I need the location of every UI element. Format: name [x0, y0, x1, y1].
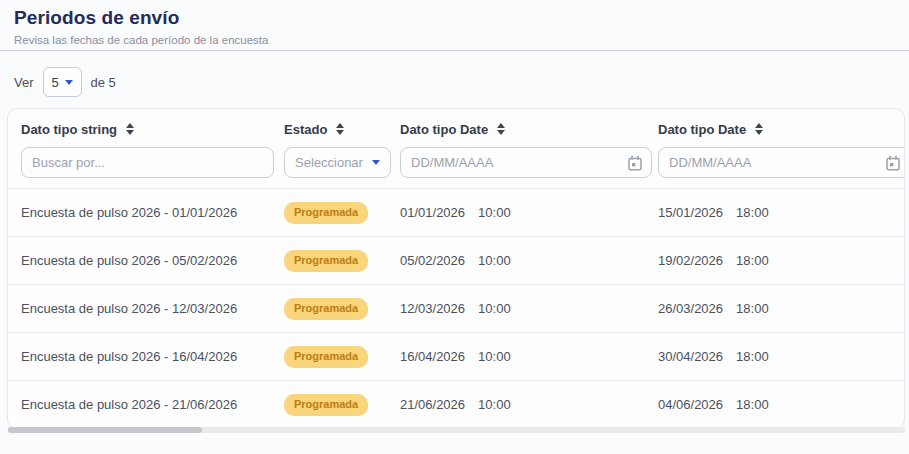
calendar-icon[interactable]	[626, 154, 644, 172]
start-date: 01/01/2026	[400, 205, 465, 220]
status-badge: Programada	[284, 298, 368, 320]
end-time: 18:00	[736, 301, 769, 316]
end-date: 30/04/2026	[658, 349, 723, 364]
start-time: 10:00	[478, 397, 511, 412]
search-input[interactable]	[21, 147, 274, 178]
ver-label: Ver	[14, 75, 34, 90]
status-badge: Programada	[284, 346, 368, 368]
table-row[interactable]: Encuesta de pulso 2026 - 01/01/2026 Prog…	[8, 188, 904, 236]
status-badge: Programada	[284, 202, 368, 224]
end-time: 18:00	[736, 349, 769, 364]
page-size-select[interactable]: 5	[43, 67, 82, 97]
start-date: 05/02/2026	[400, 253, 465, 268]
table-row[interactable]: Encuesta de pulso 2026 - 16/04/2026 Prog…	[8, 332, 904, 380]
table-row[interactable]: Encuesta de pulso 2026 - 05/02/2026 Prog…	[8, 236, 904, 284]
table-header-row: Dato tipo string Estado Dato tipo Date D…	[8, 109, 904, 143]
column-header-label: Dato tipo Date	[658, 122, 746, 137]
column-header-label: Dato tipo string	[21, 122, 117, 137]
sort-arrows-icon[interactable]	[497, 123, 505, 135]
status-badge: Programada	[284, 394, 368, 416]
start-time: 10:00	[478, 253, 511, 268]
page-header: Periodos de envío Revisa las fechas de c…	[0, 0, 909, 51]
page-title: Periodos de envío	[14, 7, 895, 29]
column-header-label: Estado	[284, 122, 327, 137]
start-date: 21/06/2026	[400, 397, 465, 412]
sort-arrows-icon[interactable]	[126, 123, 134, 135]
start-date: 16/04/2026	[400, 349, 465, 364]
column-header-string[interactable]: Dato tipo string	[21, 122, 284, 137]
column-header-date-start[interactable]: Dato tipo Date	[400, 122, 658, 137]
start-time: 10:00	[478, 349, 511, 364]
period-name: Encuesta de pulso 2026 - 12/03/2026	[21, 301, 284, 316]
start-time: 10:00	[478, 205, 511, 220]
start-date-filter-input[interactable]	[400, 147, 652, 178]
end-date: 04/06/2026	[658, 397, 723, 412]
period-name: Encuesta de pulso 2026 - 05/02/2026	[21, 253, 284, 268]
end-date: 26/03/2026	[658, 301, 723, 316]
end-time: 18:00	[736, 397, 769, 412]
period-name: Encuesta de pulso 2026 - 01/01/2026	[21, 205, 284, 220]
page-subtitle: Revisa las fechas de cada período de la …	[14, 34, 895, 46]
period-name: Encuesta de pulso 2026 - 16/04/2026	[21, 349, 284, 364]
chevron-down-icon	[372, 160, 380, 165]
total-label: de 5	[91, 75, 116, 90]
end-date-filter-input[interactable]	[658, 147, 905, 178]
table-row[interactable]: Encuesta de pulso 2026 - 12/03/2026 Prog…	[8, 284, 904, 332]
end-date: 15/01/2026	[658, 205, 723, 220]
sort-arrows-icon[interactable]	[755, 123, 763, 135]
sort-arrows-icon[interactable]	[336, 123, 344, 135]
chevron-down-icon	[65, 80, 73, 85]
start-time: 10:00	[478, 301, 511, 316]
periods-table: Dato tipo string Estado Dato tipo Date D…	[7, 108, 905, 429]
column-header-estado[interactable]: Estado	[284, 122, 400, 137]
status-badge: Programada	[284, 250, 368, 272]
table-row[interactable]: Encuesta de pulso 2026 - 21/06/2026 Prog…	[8, 380, 904, 428]
end-time: 18:00	[736, 205, 769, 220]
select-placeholder: Seleccionar	[295, 155, 363, 170]
page-size-value: 5	[51, 75, 58, 90]
table-filter-row: Seleccionar	[8, 143, 904, 188]
horizontal-scrollbar-thumb[interactable]	[8, 427, 202, 433]
horizontal-scrollbar[interactable]	[8, 427, 905, 433]
estado-filter-select[interactable]: Seleccionar	[284, 147, 391, 178]
start-date: 12/03/2026	[400, 301, 465, 316]
calendar-icon[interactable]	[884, 154, 902, 172]
end-time: 18:00	[736, 253, 769, 268]
column-header-label: Dato tipo Date	[400, 122, 488, 137]
pagination-toolbar: Ver 5 de 5	[14, 67, 909, 97]
column-header-date-end[interactable]: Dato tipo Date	[658, 122, 900, 137]
end-date: 19/02/2026	[658, 253, 723, 268]
period-name: Encuesta de pulso 2026 - 21/06/2026	[21, 397, 284, 412]
